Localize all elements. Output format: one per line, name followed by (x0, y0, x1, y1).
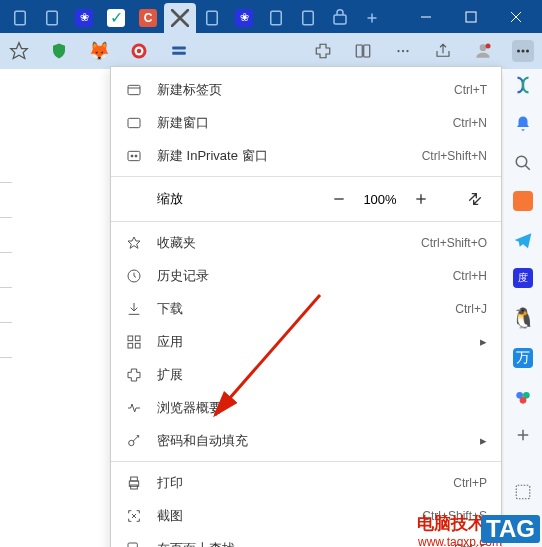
collections-icon[interactable] (168, 40, 190, 62)
separator (111, 461, 501, 462)
menu-favorites[interactable]: 收藏夹 Ctrl+Shift+O (111, 226, 501, 259)
menu-label: 扩展 (157, 366, 487, 384)
baidu-icon[interactable]: 度 (511, 268, 535, 288)
tab-8-baidu[interactable]: ❀ (228, 3, 260, 33)
menu-label: 历史记录 (157, 267, 439, 285)
share-icon[interactable] (432, 40, 454, 62)
find-icon (125, 540, 143, 548)
maximize-button[interactable] (448, 0, 493, 33)
settings-menu: 新建标签页 Ctrl+T 新建窗口 Ctrl+N 新建 InPrivate 窗口… (110, 66, 502, 547)
minimize-button[interactable] (403, 0, 448, 33)
svg-rect-21 (364, 45, 370, 57)
screenshot-icon (125, 507, 143, 525)
svg-rect-4 (207, 11, 218, 25)
svg-point-45 (129, 440, 134, 445)
tab-6-active[interactable] (164, 3, 196, 33)
svg-rect-41 (128, 336, 133, 341)
svg-point-29 (526, 50, 529, 53)
favorite-star-icon[interactable] (8, 40, 30, 62)
svg-point-23 (402, 50, 404, 52)
svg-point-34 (131, 155, 133, 157)
tab-2[interactable] (36, 3, 68, 33)
history-icon (125, 267, 143, 285)
shortcut: Ctrl+Shift+N (422, 149, 487, 163)
svg-point-51 (516, 156, 527, 167)
tab-3-baidu[interactable]: ❀ (68, 3, 100, 33)
menu-label: 新建窗口 (157, 114, 439, 132)
fox-icon[interactable]: 🦊 (88, 40, 110, 62)
extensions-icon (125, 366, 143, 384)
svg-rect-7 (334, 15, 346, 24)
blue-app-icon[interactable]: 万 (511, 348, 535, 368)
titlebar: ❀ ✓ C ❀ (0, 0, 542, 33)
svg-rect-44 (135, 343, 140, 348)
search-icon[interactable] (511, 152, 535, 172)
svg-point-17 (137, 49, 142, 54)
copilot-icon[interactable] (511, 74, 535, 96)
svg-rect-32 (128, 118, 140, 127)
shortcut: Ctrl+N (453, 116, 487, 130)
tab-5[interactable]: C (132, 3, 164, 33)
menu-passwords[interactable]: 密码和自动填充 ▸ (111, 424, 501, 457)
print-icon (125, 474, 143, 492)
bell-icon[interactable] (511, 114, 535, 134)
close-button[interactable] (493, 0, 538, 33)
fullscreen-button[interactable] (463, 187, 487, 211)
more-menu-button[interactable] (512, 40, 534, 62)
menu-label: 新建 InPrivate 窗口 (157, 147, 408, 165)
svg-marker-14 (11, 43, 28, 59)
tab-4[interactable]: ✓ (100, 3, 132, 33)
submenu-arrow-icon: ▸ (480, 334, 487, 349)
separator (111, 221, 501, 222)
menu-extensions[interactable]: 扩展 (111, 358, 501, 391)
shield-icon[interactable] (48, 40, 70, 62)
menu-history[interactable]: 历史记录 Ctrl+H (111, 259, 501, 292)
target-icon[interactable] (128, 40, 150, 62)
menu-apps[interactable]: 应用 ▸ (111, 325, 501, 358)
shortcut: Ctrl+T (454, 83, 487, 97)
menu-label: 密码和自动填充 (157, 432, 466, 450)
menu-label: 打印 (157, 474, 439, 492)
svg-point-27 (517, 50, 520, 53)
menu-zoom: 缩放 100% (111, 181, 501, 217)
split-screen-icon[interactable] (352, 40, 374, 62)
extensions-icon[interactable] (312, 40, 334, 62)
toolbar: 🦊 (0, 33, 542, 69)
menu-new-tab[interactable]: 新建标签页 Ctrl+T (111, 73, 501, 106)
zoom-label: 缩放 (157, 190, 319, 208)
tab-new[interactable] (356, 3, 388, 33)
profile-icon[interactable] (472, 40, 494, 62)
svg-rect-18 (172, 47, 186, 50)
menu-label: 在页面上查找 (157, 540, 440, 548)
svg-rect-43 (128, 343, 133, 348)
dots-icon[interactable] (392, 40, 414, 62)
zoom-value: 100% (359, 192, 401, 207)
tab-7[interactable] (196, 3, 228, 33)
svg-rect-11 (466, 12, 476, 22)
qq-icon[interactable]: 🐧 (511, 306, 535, 330)
tab-11-bag[interactable] (324, 3, 356, 33)
svg-rect-47 (131, 477, 138, 481)
menu-label: 下载 (157, 300, 441, 318)
add-sidebar-icon[interactable] (511, 425, 535, 445)
zoom-out-button[interactable] (327, 187, 351, 211)
shortcut: Ctrl+J (455, 302, 487, 316)
telegram-icon[interactable] (511, 229, 535, 249)
shortcut: Ctrl+Shift+O (421, 236, 487, 250)
menu-print[interactable]: 打印 Ctrl+P (111, 466, 501, 499)
apps-icon (125, 333, 143, 351)
tab-9[interactable] (260, 3, 292, 33)
tab-1[interactable] (4, 3, 36, 33)
select-icon[interactable] (511, 482, 535, 502)
cloud-icon[interactable] (511, 387, 535, 407)
menu-new-window[interactable]: 新建窗口 Ctrl+N (111, 106, 501, 139)
svg-rect-33 (128, 151, 140, 160)
menu-new-inprivate[interactable]: 新建 InPrivate 窗口 Ctrl+Shift+N (111, 139, 501, 172)
zoom-in-button[interactable] (409, 187, 433, 211)
orange-app-icon[interactable] (511, 191, 535, 211)
menu-downloads[interactable]: 下载 Ctrl+J (111, 292, 501, 325)
sidebar: 度 🐧 万 (504, 69, 542, 547)
tab-10[interactable] (292, 3, 324, 33)
left-edge-lines (0, 182, 12, 392)
menu-browser-essentials[interactable]: 浏览器概要 (111, 391, 501, 424)
